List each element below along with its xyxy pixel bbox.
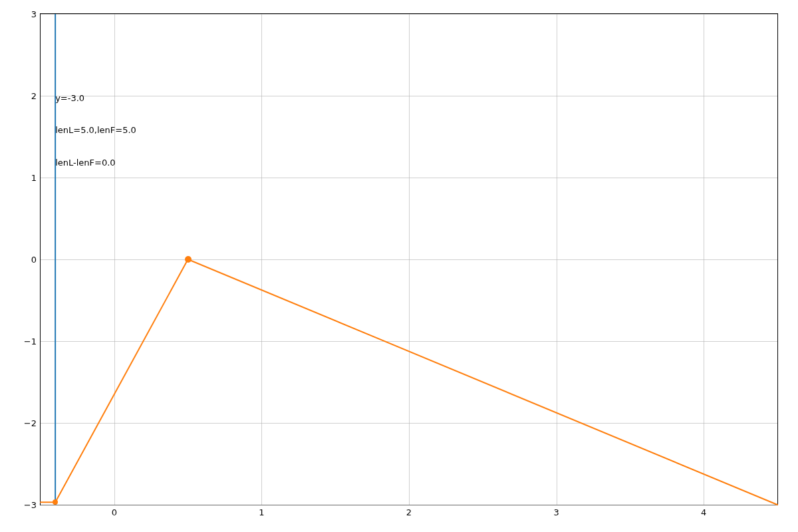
xtick-1: 1: [259, 507, 264, 517]
marker-orange-start: [53, 499, 58, 505]
chart-axes: 0 1 2 3 4 −3 −2 −1 0 1 2 3 y=-3.0 lenL=5…: [40, 13, 778, 505]
ytick-3: 3: [31, 9, 37, 19]
ytick--1: −1: [24, 336, 37, 346]
ytick-1: 1: [31, 173, 37, 183]
ytick-0: 0: [31, 255, 37, 265]
xtick-2: 2: [406, 507, 412, 517]
plot-lines: [41, 14, 777, 505]
xtick-0: 0: [112, 507, 117, 517]
ytick--2: −2: [24, 418, 37, 428]
ytick-2: 2: [31, 91, 37, 101]
xtick-4: 4: [701, 507, 706, 517]
figure: 0 1 2 3 4 −3 −2 −1 0 1 2 3 y=-3.0 lenL=5…: [0, 0, 798, 532]
gridline-y--3: [41, 505, 777, 505]
marker-orange-peak: [185, 256, 192, 263]
ytick--3: −3: [24, 500, 37, 510]
series-orange-path: [41, 259, 777, 505]
xtick-3: 3: [553, 507, 559, 517]
